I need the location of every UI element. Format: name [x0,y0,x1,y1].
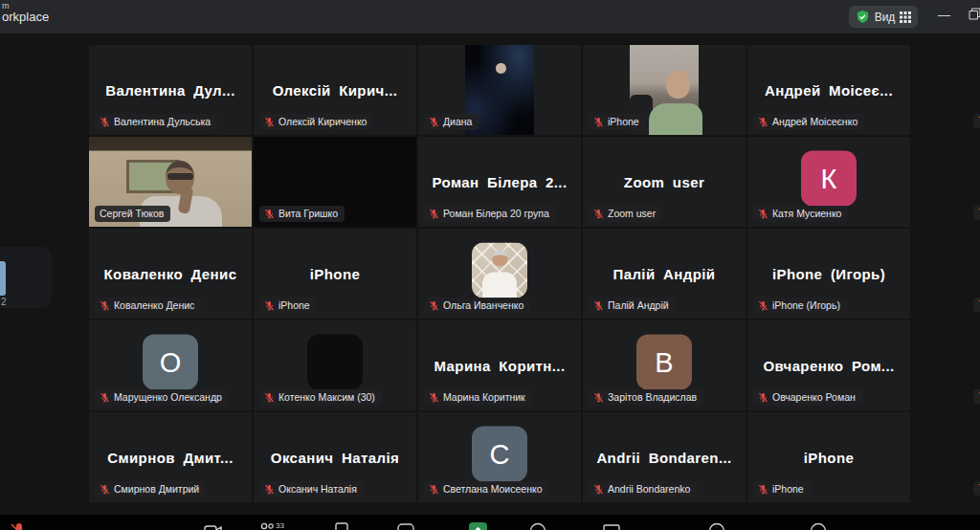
participant-tile[interactable]: Андрей Моісеє...Андрей Моісеєнко [747,45,910,135]
participant-tile[interactable]: iPhoneiPhone [254,229,416,319]
muted-mic-icon [593,209,604,219]
video-person-body [649,103,702,135]
muted-mic-icon [429,300,439,311]
participants-button[interactable] [258,522,278,530]
participant-name-text: Роман Білера 20 група [443,208,549,220]
muted-mic-icon [758,300,768,311]
participant-name-label: Сергей Тюков [95,206,170,222]
participant-tile[interactable]: ССветлана Моисеенко [418,412,581,502]
meeting-toolbar: 33 [0,515,980,530]
muted-mic-icon [593,300,604,311]
participant-avatar: О [143,335,198,390]
reactions-button[interactable] [810,522,829,530]
participant-tile[interactable]: Смирнов Дмит...Смирнов Дмитрий [89,412,252,502]
security-shield-icon [856,10,870,24]
participant-name-label: Andrii Bondarenko [589,481,697,497]
whiteboard-button[interactable] [603,522,622,530]
camera-icon [204,522,223,530]
participant-name-label: Катя Мусиенко [753,206,848,222]
participant-name-label: Олексій Кириченко [259,114,373,130]
participant-tile[interactable]: ВЗарітов Владислав [583,320,746,410]
participant-tile[interactable]: Палій АндрійПалій Андрій [583,229,746,319]
participant-name-label-cutoff [973,389,980,404]
muted-mic-icon [758,392,768,403]
minimize-button[interactable]: — [938,8,950,22]
participant-name-label: Котенко Максим (30) [259,389,382,406]
participant-tile[interactable]: iPhone (Игорь)iPhone (Игорь) [747,229,910,319]
muted-mic-icon [758,209,768,219]
participant-tile[interactable]: Zoom userZoom user [583,137,746,227]
participant-tile[interactable]: Овчаренко Ром...Овчаренко Роман [747,320,910,410]
participant-name-text: iPhone [278,299,310,312]
participant-avatar: С [472,427,527,482]
participant-name-label-cutoff [973,114,980,128]
zoom-meeting-window: m orkplace Вид — Валентина Дул...Валенти… [0,0,980,530]
record-button[interactable] [529,522,548,530]
participant-name-text: Диана [443,116,472,128]
chat-button[interactable] [397,522,416,530]
participant-photo-avatar [472,243,527,298]
reactions-icon [810,522,829,530]
participant-tile[interactable]: Марина Коритн...Марина Коритник [418,320,581,410]
participant-tile[interactable]: Оксанич НаталіяОксанич Наталія [254,412,416,502]
app-brand-line2: orkplace [2,11,49,24]
muted-mic-icon [264,117,275,127]
left-edge-indicator [0,261,6,296]
share-file-icon [333,522,352,530]
photo-person-body [482,273,517,298]
muted-mic-icon [593,484,604,495]
participant-name-text: Катя Мусиенко [772,208,841,220]
video-person-glasses [167,173,193,180]
participant-tile[interactable]: Сергей Тюков [89,137,252,227]
window-titlebar: m orkplace Вид — [0,0,980,33]
participant-name-text: Зарітов Владислав [608,391,697,404]
muted-mic-icon [264,484,275,495]
muted-mic-icon [100,300,110,311]
participants-count: 33 [276,521,284,530]
participant-name-text: Zoom user [608,208,656,220]
avatar-letter: К [821,163,837,194]
mic-muted-icon [10,522,29,530]
participant-name-text: Олексій Кириченко [278,116,367,128]
camera-button[interactable] [204,522,223,530]
participant-name-text: Сергей Тюков [100,208,164,220]
participant-tile[interactable]: Котенко Максим (30) [254,320,416,410]
view-button[interactable]: Вид [849,6,918,28]
participant-tile[interactable]: ККатя Мусиенко [747,137,910,227]
participant-name-label-cutoff [973,206,980,220]
participant-tile[interactable]: Вита Гришко [254,137,416,227]
participant-tile[interactable]: Роман Білера 2...Роман Білера 20 група [418,137,581,227]
muted-mic-icon [100,484,110,495]
participant-name-text: Андрей Моісеєнко [772,116,858,128]
participant-tile[interactable]: Ольга Иванченко [418,229,581,319]
muted-mic-icon [100,117,110,127]
participant-tile[interactable]: Валентина Дул...Валентина Дульська [89,45,252,135]
participant-name-text: Ольга Иванченко [443,299,523,312]
participant-name-label: Коваленко Денис [95,298,201,314]
participant-tile[interactable]: iPhone [583,45,746,135]
muted-mic-icon [429,392,439,403]
muted-mic-icon [429,209,439,219]
info-button[interactable] [708,522,727,530]
participant-name-label: Валентина Дульська [95,114,217,130]
participant-name-text: Валентина Дульська [114,116,211,128]
participant-tile[interactable]: iPhoneiPhone [747,412,910,502]
participant-name-text: Вита Гришко [278,208,338,220]
left-edge-panel[interactable]: 2 [0,247,52,308]
participant-name-label: Овчаренко Роман [753,389,862,406]
participant-tile[interactable]: Коваленко ДенисКоваленко Денис [89,229,252,319]
muted-mic-icon [593,117,604,127]
muted-mic-icon [264,209,275,219]
participant-tile[interactable]: Andrii Bondaren...Andrii Bondarenko [583,412,746,502]
share-file-button[interactable] [333,522,352,530]
restore-window-button[interactable] [969,8,980,23]
participant-tile[interactable]: Диана [418,45,581,135]
grid-view-icon [900,11,911,23]
mic-muted-button[interactable] [10,522,29,530]
participant-name-label: Марущенко Олександр [95,389,229,406]
chat-icon [397,522,416,530]
participant-tile[interactable]: Олексій Кирич...Олексій Кириченко [254,45,416,135]
participant-tile[interactable]: ОМарущенко Олександр [89,320,252,410]
share-screen-button[interactable] [469,522,488,530]
participant-name-text: iPhone [772,483,804,496]
